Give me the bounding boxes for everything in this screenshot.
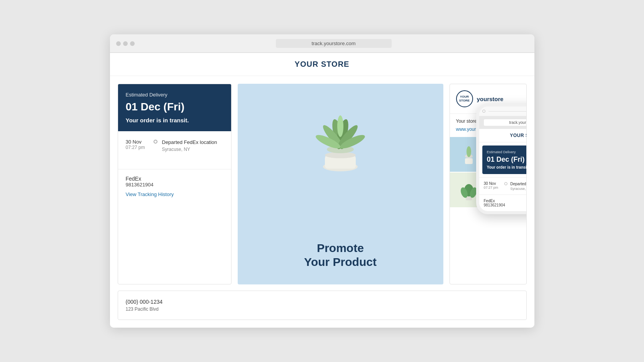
browser-dot-1 [116,41,121,46]
view-tracking-history-link[interactable]: View Tracking History [126,191,174,197]
page-header: YOUR STORE [110,53,534,76]
tracking-event-info: Departed FedEx location Syracuse, NY [162,139,223,152]
bottom-panel: (000) 000-1234 123 Pacific Blvd [118,291,527,320]
footer-address: 123 Pacific Blvd [126,306,519,312]
mobile-device-mockup: track.yourstore.com YOUR STORE Estimated… [476,103,527,214]
mobile-tracking-event: 30 Nov 07:27 pm Departed FedEx location … [479,177,527,195]
estimated-delivery-label: Estimated Delivery [126,92,223,98]
promo-heading: Promote Your Product [304,241,377,269]
mobile-delivery-date: 01 Dec (Fri) [487,156,527,164]
mobile-event-date-col: 30 Nov 07:27 pm [484,181,501,191]
tracking-dot [154,140,157,144]
mobile-event-info: Departed FedEx location Syracuse, NY [510,181,527,191]
tracking-dot-col [154,139,157,152]
browser-dot-2 [123,41,128,46]
promo-text: Promote Your Product [304,241,377,269]
page-title: YOUR STORE [117,60,527,69]
mobile-tracking-number: 9813621904 [484,203,527,207]
tracking-body: 30 Nov 07:27 pm Departed FedEx location … [118,131,231,166]
transit-status: Your order is in transit. [126,117,223,123]
store-logo: YOUR STORE [456,90,473,107]
mobile-home-btn [482,110,485,113]
mobile-event-location: Syracuse, NY [510,187,527,191]
tracking-header: Estimated Delivery 01 Dec (Fri) Your ord… [118,84,231,131]
mobile-page-header: YOUR STORE [479,129,527,142]
mobile-chrome: track.yourstore.com [479,116,527,129]
tracking-event-location: Syracuse, NY [162,147,223,152]
browser-dot-3 [130,41,135,46]
mobile-tracking-footer: FedEx 9813621904 [479,195,527,211]
browser-dots [116,41,135,46]
mobile-estimated-label: Estimated Delivery [487,150,527,154]
mobile-transit-status: Your order is in transit. [487,165,527,169]
carrier-name: FedEx [126,176,223,182]
svg-point-13 [467,146,471,157]
promo-panel: Promote Your Product [238,84,443,284]
mobile-event-date: 30 Nov [484,181,501,186]
tracking-event-title: Departed FedEx location [162,139,223,146]
mobile-carrier-name: FedEx [484,199,527,203]
tracking-footer: FedEx 9813621904 View Tracking History [118,169,231,205]
mobile-event-time: 07:27 pm [484,186,501,189]
tracking-number: 9813621904 [126,182,223,188]
mobile-address-bar[interactable]: track.yourstore.com [484,119,527,126]
mobile-tracking-dot [504,182,507,185]
browser-window: track.yourstore.com YOUR STORE Estimated… [110,34,534,328]
plant-illustration [238,95,443,180]
mobile-tracking-header: Estimated Delivery 01 Dec (Fri) Your ord… [482,145,527,174]
plant-svg [309,95,371,180]
tracking-event-date: 30 Nov [126,139,149,145]
tracking-event-time: 07:27 pm [126,145,149,150]
top-panels: Estimated Delivery 01 Dec (Fri) Your ord… [118,84,527,284]
mobile-store-name: YOUR STORE [483,133,527,138]
svg-point-10 [337,115,343,137]
tracking-event: 30 Nov 07:27 pm Departed FedEx location … [126,139,223,152]
tracking-panel: Estimated Delivery 01 Dec (Fri) Your ord… [118,84,232,284]
footer-phone: (000) 000-1234 [126,299,519,305]
tracking-date-col: 30 Nov 07:27 pm [126,139,149,152]
mobile-event-title: Departed FedEx location [510,181,527,186]
browser-chrome: track.yourstore.com [110,34,534,53]
store-logo-text: YOUR STORE [459,95,470,102]
browser-address-bar[interactable]: track.yourstore.com [276,39,392,48]
delivery-date: 01 Dec (Fri) [126,101,223,113]
svg-rect-11 [465,158,473,164]
store-panel: YOUR STORE yourstore Your store instagra… [450,84,527,284]
page-content: Estimated Delivery 01 Dec (Fri) Your ord… [110,76,534,328]
store-name: yourstore [477,96,504,102]
